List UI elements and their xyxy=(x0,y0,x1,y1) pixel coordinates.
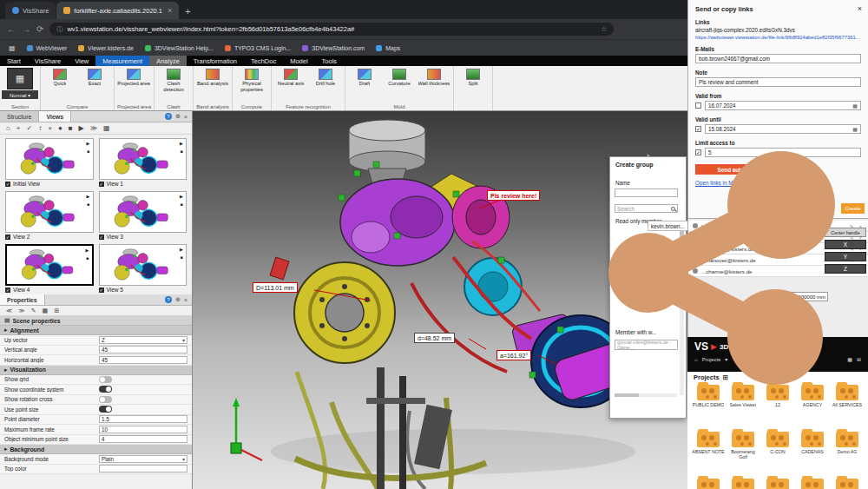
project-item[interactable]: Jobs Austria xyxy=(726,479,760,489)
calendar-icon[interactable]: ▦ xyxy=(852,102,858,109)
search-icon[interactable] xyxy=(671,207,675,211)
ribbon-tab-start[interactable]: Start xyxy=(0,56,28,66)
tool-projected-area[interactable]: Projected area xyxy=(117,68,150,93)
input-vertical-angle[interactable]: 45 xyxy=(99,346,187,354)
select-background-mode[interactable]: Plain▾ xyxy=(99,455,187,463)
project-item[interactable]: PUBLIC DEMO xyxy=(691,385,726,425)
back-icon[interactable]: ← xyxy=(7,24,16,34)
add-view-icon[interactable]: + xyxy=(16,124,21,132)
tool-physical-properties[interactable]: Physical properties xyxy=(235,68,268,93)
tab-close-icon[interactable]: × xyxy=(168,6,172,15)
edit-icon[interactable]: ✎ xyxy=(31,307,36,314)
tool-quick[interactable]: Quick xyxy=(43,68,76,93)
send-automated-mails-button[interactable]: Send automated mails xyxy=(695,164,798,175)
toggle-use-point-size[interactable] xyxy=(99,406,112,413)
bookmark-item[interactable]: 3DViewStation Help... xyxy=(145,45,214,51)
tool-neutral-axis[interactable]: Neutral axis xyxy=(274,68,307,93)
skip-icon[interactable]: ≫ xyxy=(90,124,97,132)
tool-clash-detection[interactable]: Clash detection xyxy=(157,68,190,93)
view-checkbox[interactable]: ✓ xyxy=(99,287,104,293)
film-icon[interactable]: ■ xyxy=(86,255,89,261)
close-icon[interactable]: × xyxy=(184,114,187,120)
tool-exact[interactable]: Exact xyxy=(78,68,111,93)
new-tab-button[interactable]: + xyxy=(185,6,190,19)
calendar-icon[interactable]: ▦ xyxy=(852,126,858,132)
camera-icon[interactable]: ▶ xyxy=(180,194,183,199)
ribbon-tab-view[interactable]: View xyxy=(68,56,95,66)
view-checkbox[interactable]: ✓ xyxy=(5,182,10,187)
valid-until-date-input[interactable]: 15.08.2024 ▦ xyxy=(705,124,861,134)
film-icon[interactable]: ■ xyxy=(180,254,182,260)
record-icon[interactable]: ● xyxy=(58,124,62,132)
project-item[interactable]: 12 xyxy=(760,385,795,425)
tool-band-analysis[interactable]: Band analysis xyxy=(196,68,229,93)
browser-tab-model[interactable]: forklifter-axle.catiaedits.2020.1 × xyxy=(56,2,179,19)
ribbon-tab-analyze[interactable]: Analyze xyxy=(149,56,187,66)
view-checkbox[interactable]: ✓ xyxy=(5,235,10,240)
bookmark-item[interactable]: WebViewer xyxy=(27,45,68,51)
expand-icon[interactable]: ≫ xyxy=(18,307,24,314)
collapse-icon[interactable]: ≪ xyxy=(6,307,12,314)
pin-icon[interactable]: ⊕ xyxy=(175,296,181,303)
input-point-diameter[interactable]: 1.5 xyxy=(99,415,187,423)
dialog-scrollbar[interactable] xyxy=(680,225,684,395)
project-item[interactable]: Boomerang Golf xyxy=(726,432,760,472)
apply-icon[interactable]: ✓ xyxy=(27,124,33,132)
bookmark-item[interactable]: TYPO3 CMS Login... xyxy=(225,45,291,51)
input-horizontal-angle[interactable]: 45 xyxy=(99,356,187,364)
toggle-show-rotation-cross[interactable] xyxy=(99,396,112,403)
note-input[interactable]: Pls review and comment xyxy=(695,77,861,87)
ribbon-tab-measurement[interactable]: Measurement xyxy=(95,56,149,66)
section-header[interactable]: ▸Background xyxy=(0,445,192,454)
ribbon-tab-techdoc[interactable]: TechDoc xyxy=(244,56,283,66)
close-icon[interactable]: × xyxy=(858,4,862,13)
add-icon[interactable]: ⊞ xyxy=(54,307,59,314)
email-input[interactable]: bob.brown24667@gmail.com xyxy=(695,54,861,63)
input-object-minimum-point-size[interactable]: 4 xyxy=(99,435,187,443)
apps-grid-icon[interactable]: ▦ xyxy=(9,44,16,52)
tab-structure[interactable]: Structure xyxy=(0,111,39,122)
project-item[interactable]: C-CON xyxy=(760,432,795,472)
bookmark-item[interactable]: 3DViewStation.com xyxy=(302,45,365,51)
layout-grid-icon[interactable]: ⊞ xyxy=(723,373,728,381)
tool-drill-hole[interactable]: Drill hole xyxy=(309,68,342,93)
input-maximum-frame-rate[interactable]: 10 xyxy=(99,426,187,433)
limit-access-input[interactable]: 5 xyxy=(705,148,861,157)
axis-value-field[interactable]: 000000 mm xyxy=(779,292,828,301)
tool-wall-thickness[interactable]: Wall thickness xyxy=(418,68,450,93)
project-item[interactable]: Hitachi Zosen xyxy=(691,479,726,489)
camera-icon[interactable]: ▶ xyxy=(180,141,183,146)
forward-icon[interactable]: → xyxy=(22,24,30,34)
axis-button-x[interactable]: X xyxy=(825,240,866,249)
input-top-color[interactable] xyxy=(99,465,187,472)
tab-properties[interactable]: Properties xyxy=(0,294,45,305)
section-header[interactable]: ▸Visualization xyxy=(0,366,192,375)
ribbon-tab-visshare[interactable]: VisShare xyxy=(28,56,68,66)
address-bar[interactable]: ⓘ wv1.viewstation.de/visshare_webviewer/… xyxy=(49,23,614,36)
tab-views[interactable]: Views xyxy=(39,111,71,122)
view-thumbnail[interactable]: ▶■ xyxy=(5,244,94,286)
film-icon[interactable]: ■ xyxy=(87,202,89,207)
project-item[interactable]: Sales Viewer xyxy=(726,385,760,425)
camera-icon[interactable]: ▶ xyxy=(180,247,183,252)
member-search-input[interactable]: Search xyxy=(615,204,678,213)
film-icon[interactable]: ■ xyxy=(87,149,89,154)
ribbon-tab-model[interactable]: Model xyxy=(283,56,314,66)
grid-icon[interactable]: ▦ xyxy=(103,124,110,132)
valid-from-date-input[interactable]: 16.07.2024 ▦ xyxy=(705,101,861,110)
dialog-hscrollbar[interactable] xyxy=(615,393,677,397)
tool-curvature[interactable]: Curvature xyxy=(383,68,416,93)
valid-from-checkbox[interactable] xyxy=(695,102,701,109)
nav-projects-label[interactable]: Projects xyxy=(702,357,721,362)
reorder-icon[interactable]: ↕ xyxy=(38,124,42,132)
view-thumbnail[interactable]: ▶■ xyxy=(99,244,187,286)
grid-icon[interactable]: ▦ xyxy=(43,307,49,314)
axis-button-y[interactable]: Y xyxy=(825,252,866,261)
view-checkbox[interactable]: ✓ xyxy=(5,287,10,293)
project-item[interactable]: Krones xyxy=(830,479,865,489)
project-item[interactable]: All SERVICES xyxy=(830,385,865,425)
pin-icon[interactable]: ⊕ xyxy=(175,113,181,120)
tool-draft[interactable]: Draft xyxy=(348,68,381,93)
info-icon[interactable]: ? xyxy=(165,296,172,303)
stop-icon[interactable]: ■ xyxy=(69,124,73,132)
